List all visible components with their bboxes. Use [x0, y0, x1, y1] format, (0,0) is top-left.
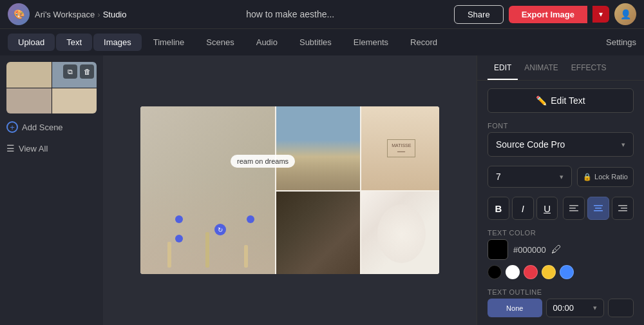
panel-body: ✏️ Edit Text FONT Source Code Pro ▾ 7 ▾ … [477, 81, 644, 325]
outline-extra-button[interactable] [608, 299, 634, 317]
text-outline-label: TEXT OUTLINE [488, 288, 634, 296]
lock-ratio-button[interactable]: 🔒 Lock Ratio [577, 167, 634, 187]
workspace-avatar: 🎨 [8, 3, 30, 25]
thumbnail-actions: ⧉ 🗑 [63, 64, 94, 79]
text-style-buttons: B I U [488, 197, 634, 220]
canvas-text[interactable]: ream on dreams [231, 155, 295, 168]
collage-col-right: MATISSE━━━━ [361, 106, 439, 274]
scene-thumbnail[interactable]: ⧉ 🗑 [6, 62, 97, 113]
view-all-label: View All [19, 144, 48, 153]
tab-upload[interactable]: Upload [8, 34, 55, 51]
align-left-button[interactable] [563, 197, 585, 220]
main-content: ⧉ 🗑 + Add Scene ☰ View All [0, 55, 644, 325]
align-center-button[interactable] [587, 197, 609, 220]
edit-text-label: Edit Text [551, 95, 585, 106]
handle-bl[interactable] [175, 235, 183, 242]
font-size-value: 7 [496, 172, 501, 182]
handle-tr[interactable] [247, 215, 254, 223]
copy-scene-button[interactable]: ⧉ [63, 64, 77, 79]
project-title: how to make aesthe... [246, 9, 334, 19]
outline-size-control[interactable]: 00:00 ▾ [546, 299, 605, 317]
collage-cell-blossoms [361, 192, 439, 274]
svg-rect-3 [594, 205, 603, 206]
thumb-cell-1 [6, 62, 52, 88]
font-label: FONT [488, 122, 634, 130]
handle-tl[interactable] [175, 215, 183, 223]
view-all-button[interactable]: ☰ View All [6, 141, 97, 156]
text-outline-section: TEXT OUTLINE None 00:00 ▾ [488, 288, 634, 317]
breadcrumb: Ari's Workspace › Studio [35, 10, 127, 19]
font-select-dropdown[interactable]: Source Code Pro ▾ [488, 132, 634, 157]
collage-grid: MATISSE━━━━ [140, 106, 439, 274]
chevron-down-icon-size: ▾ [560, 173, 564, 181]
tab-images[interactable]: Images [93, 34, 142, 51]
top-nav: 🎨 Ari's Workspace › Studio how to make a… [0, 0, 644, 28]
tab-scenes[interactable]: Scenes [196, 34, 244, 51]
font-selected-value: Source Code Pro [496, 139, 565, 150]
tab-edit[interactable]: EDIT [488, 55, 518, 80]
outline-size-value: 00:00 [553, 303, 574, 313]
share-button[interactable]: Share [454, 5, 504, 24]
tab-subtitles[interactable]: Subtitles [289, 34, 342, 51]
workspace-link[interactable]: Ari's Workspace [35, 10, 95, 19]
export-chevron-button[interactable]: ▾ [592, 6, 609, 23]
pencil-icon: ✏️ [536, 95, 547, 106]
user-avatar[interactable]: 👤 [614, 3, 636, 25]
align-right-button[interactable] [612, 197, 634, 220]
color-row: #000000 🖊 [488, 239, 634, 260]
swatch-red[interactable] [524, 265, 538, 279]
collage-cell-person [276, 192, 360, 274]
lock-icon: 🔒 [583, 173, 592, 181]
swatch-white[interactable] [506, 265, 520, 279]
tab-record[interactable]: Record [400, 34, 448, 51]
tab-elements[interactable]: Elements [343, 34, 399, 51]
color-hex-value: #000000 [513, 245, 546, 255]
canvas-area[interactable]: MATISSE━━━━ ream on dreams [103, 55, 477, 325]
plus-icon: + [6, 121, 18, 133]
delete-scene-button[interactable]: 🗑 [80, 64, 94, 79]
font-section: FONT Source Code Pro ▾ [488, 122, 634, 157]
outline-row: None 00:00 ▾ [488, 299, 634, 317]
nav-right: Share Export Image ▾ 👤 [454, 3, 636, 25]
swatch-black[interactable] [488, 265, 502, 279]
panel-tabs: EDIT ANIMATE EFFECTS [477, 55, 644, 81]
tab-timeline[interactable]: Timeline [143, 34, 195, 51]
tab-effects[interactable]: EFFECTS [565, 55, 613, 80]
svg-rect-2 [569, 210, 578, 212]
collage-col-middle [276, 106, 360, 274]
add-scene-button[interactable]: + Add Scene [6, 119, 97, 135]
chevron-down-outline: ▾ [593, 304, 597, 312]
tab-audio[interactable]: Audio [246, 34, 288, 51]
swatch-yellow[interactable] [542, 265, 556, 279]
rotate-handle[interactable]: ↻ [214, 224, 226, 235]
left-sidebar: ⧉ 🗑 + Add Scene ☰ View All [0, 55, 103, 325]
thumb-cell-4 [52, 88, 97, 114]
export-button[interactable]: Export Image [509, 6, 587, 23]
swatch-blue[interactable] [560, 265, 574, 279]
font-size-select[interactable]: 7 ▾ [488, 166, 572, 188]
thumb-cell-3 [6, 88, 52, 114]
collage-cell-poster: MATISSE━━━━ [361, 106, 439, 190]
svg-rect-5 [594, 210, 603, 212]
color-picker-button[interactable]: 🖊 [551, 244, 562, 255]
edit-text-button[interactable]: ✏️ Edit Text [488, 88, 634, 113]
svg-rect-7 [621, 208, 627, 209]
color-preview-swatch[interactable] [488, 239, 508, 260]
text-color-section: TEXT COLOR #000000 🖊 [488, 229, 634, 279]
underline-button[interactable]: U [536, 197, 558, 220]
tab-text[interactable]: Text [56, 34, 92, 51]
breadcrumb-separator: › [97, 10, 100, 19]
list-icon: ☰ [6, 143, 15, 153]
settings-button[interactable]: Settings [606, 37, 636, 47]
right-panel: EDIT ANIMATE EFFECTS ✏️ Edit Text FONT S… [477, 55, 644, 325]
text-color-label: TEXT COLOR [488, 229, 634, 237]
italic-button[interactable]: I [512, 197, 534, 220]
collage-cell-beach [276, 106, 360, 190]
toolbar: Upload Text Images Timeline Scenes Audio… [0, 28, 644, 55]
outline-color-button[interactable]: None [488, 299, 542, 317]
font-size-row: 7 ▾ 🔒 Lock Ratio [488, 166, 634, 188]
bold-button[interactable]: B [488, 197, 509, 220]
lock-ratio-label: Lock Ratio [594, 173, 628, 181]
canvas-frame: MATISSE━━━━ ream on dreams [140, 106, 439, 274]
tab-animate[interactable]: ANIMATE [518, 55, 564, 80]
